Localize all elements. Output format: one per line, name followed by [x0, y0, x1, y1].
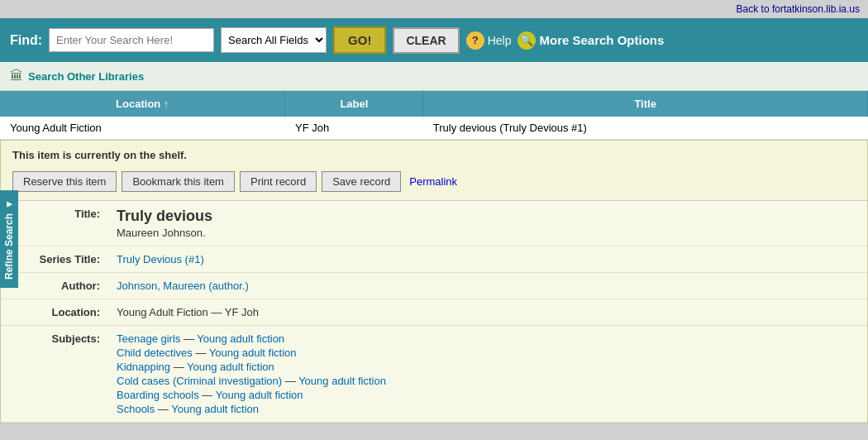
title-main-text: Truly devious: [117, 208, 859, 225]
cell-title: Truly devious (Truly Devious #1): [423, 117, 868, 140]
more-search-label: More Search Options: [539, 33, 664, 47]
title-sub-text: Maureen Johnson.: [117, 227, 859, 239]
subject-yaf-link-4[interactable]: Young adult fiction: [298, 375, 386, 387]
refine-search-label: Refine Search: [3, 213, 15, 280]
print-button[interactable]: Print record: [240, 171, 317, 192]
search-other-libraries-link[interactable]: Search Other Libraries: [28, 70, 144, 83]
shelf-status: This item is currently on the shelf.: [1, 141, 867, 168]
action-buttons: Reserve this item Bookmark this item Pri…: [1, 168, 867, 200]
results-table: Location ↑ Label Title Young Adult Ficti…: [0, 91, 868, 140]
col-label[interactable]: Label: [285, 91, 423, 117]
series-link[interactable]: Truly Devious (#1): [117, 253, 204, 265]
author-link[interactable]: Johnson, Maureen (author.): [117, 280, 249, 292]
subject-6: Schools — Young adult fiction: [117, 403, 859, 415]
title-row: Title: Truly devious Maureen Johnson.: [1, 201, 867, 246]
series-value: Truly Devious (#1): [108, 246, 867, 273]
record-detail-table: Title: Truly devious Maureen Johnson. Se…: [1, 200, 867, 423]
search-input[interactable]: [49, 28, 214, 52]
subject-link-5[interactable]: Boarding schools: [117, 389, 199, 401]
col-title[interactable]: Title: [423, 91, 868, 117]
clear-button[interactable]: CLEAR: [393, 27, 459, 54]
cell-location: Young Adult Fiction: [0, 117, 285, 140]
save-button[interactable]: Save record: [322, 171, 401, 192]
author-row: Author: Johnson, Maureen (author.): [1, 273, 867, 299]
subjects-row: Subjects: Teenage girls — Young adult fi…: [1, 326, 867, 423]
find-label: Find:: [10, 33, 42, 48]
subject-yaf-link-6[interactable]: Young adult fiction: [171, 403, 259, 415]
table-row: Young Adult Fiction YF Joh Truly devious…: [0, 117, 868, 140]
subjects-value: Teenage girls — Young adult fiction Chil…: [108, 326, 867, 423]
cell-label: YF Joh: [285, 117, 423, 140]
permalink-link[interactable]: Permalink: [406, 172, 460, 191]
subjects-list: Teenage girls — Young adult fiction Chil…: [117, 332, 859, 415]
title-value: Truly devious Maureen Johnson.: [108, 201, 867, 246]
subject-yaf-link-3[interactable]: Young adult fiction: [187, 361, 274, 373]
location-row: Location: Young Adult Fiction — YF Joh: [1, 299, 867, 326]
field-select[interactable]: Search All Fields Title Author Subject I…: [221, 27, 327, 53]
reserve-button[interactable]: Reserve this item: [12, 171, 117, 192]
series-row: Series Title: Truly Devious (#1): [1, 246, 867, 273]
help-button[interactable]: ? Help: [466, 31, 512, 50]
magnifier-icon: 🔍: [517, 31, 536, 50]
subject-yaf-link-1[interactable]: Young adult fiction: [197, 332, 284, 345]
subject-yaf-link-5[interactable]: Young adult fiction: [216, 389, 303, 401]
subject-link-2[interactable]: Child detectives: [117, 347, 193, 359]
subject-2: Child detectives — Young adult fiction: [117, 347, 859, 359]
subject-link-6[interactable]: Schools: [117, 403, 155, 415]
col-location[interactable]: Location ↑: [0, 91, 285, 117]
subject-1: Teenage girls — Young adult fiction: [117, 332, 859, 345]
subject-5: Boarding schools — Young adult fiction: [117, 389, 859, 401]
back-link[interactable]: Back to fortatkinson.lib.ia.us: [737, 3, 860, 15]
help-icon: ?: [466, 31, 484, 50]
subjects-label: Subjects:: [1, 326, 108, 423]
subject-yaf-link-2[interactable]: Young adult fiction: [209, 347, 297, 359]
library-bar: 🏛 Search Other Libraries: [0, 62, 868, 91]
more-search-button[interactable]: 🔍 More Search Options: [517, 31, 664, 50]
go-button[interactable]: GO!: [333, 26, 386, 54]
library-icon: 🏛: [10, 69, 23, 84]
subject-4: Cold cases (Criminal investigation) — Yo…: [117, 375, 859, 387]
chevron-icon: ▼: [3, 198, 15, 210]
subject-link-4[interactable]: Cold cases (Criminal investigation): [117, 375, 282, 387]
bookmark-button[interactable]: Bookmark this item: [122, 171, 235, 192]
author-value: Johnson, Maureen (author.): [108, 273, 867, 299]
subject-3: Kidnapping — Young adult fiction: [117, 361, 859, 373]
location-value: Young Adult Fiction — YF Joh: [108, 299, 867, 326]
detail-panel: This item is currently on the shelf. Res…: [0, 140, 868, 423]
location-label: Location:: [1, 299, 108, 326]
subject-link-3[interactable]: Kidnapping: [117, 361, 170, 373]
search-bar: Find: Search All Fields Title Author Sub…: [0, 18, 868, 62]
top-bar: Back to fortatkinson.lib.ia.us: [0, 0, 868, 18]
refine-search-tab[interactable]: Refine Search ▼: [0, 190, 18, 288]
help-label: Help: [488, 34, 512, 47]
subject-link-1[interactable]: Teenage girls: [117, 332, 180, 345]
